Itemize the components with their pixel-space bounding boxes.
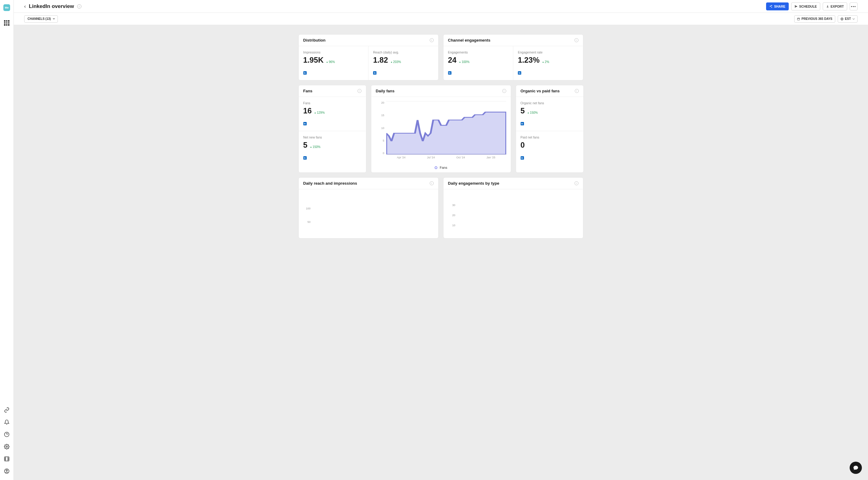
filterbar: CHANNELS (13) PREVIOUS 365 DAYS EST [14, 13, 868, 25]
linkedin-icon: in [448, 71, 452, 75]
metric-paid-net-fans[interactable]: Paid net fans 0 in [516, 131, 583, 165]
info-icon[interactable]: i [502, 89, 506, 93]
card-distribution: Distribution i Impressions 1.95K 96% in [299, 34, 439, 80]
chart-daily-engagements-type: 30 20 10 [443, 189, 583, 238]
info-icon[interactable]: i [77, 4, 82, 8]
linkedin-icon: in [303, 71, 307, 75]
linkedin-icon: in [303, 156, 307, 160]
card-organic-paid-fans: Organic vs paid fans i Organic net fans … [516, 85, 584, 173]
card-daily-fans: Daily fans i 20 15 10 5 0 [371, 85, 511, 173]
user-icon[interactable] [4, 468, 9, 474]
channels-dropdown[interactable]: CHANNELS (13) [24, 15, 58, 23]
share-button[interactable]: SHARE [766, 2, 789, 10]
metric-net-new-fans[interactable]: Net new fans 5 150% in [299, 131, 366, 165]
card-fans: Fans i Fans 16 129% in [299, 85, 366, 173]
chart-daily-reach-impressions: 100 50 [299, 189, 438, 238]
page-title: LinkedIn overview [29, 3, 74, 9]
timezone-dropdown[interactable]: EST [838, 15, 858, 23]
card-title: Channel engagements [448, 38, 491, 42]
card-daily-engagements-type: Daily engagements by type i 30 20 10 [443, 177, 583, 238]
info-icon[interactable]: i [430, 181, 434, 185]
svg-rect-5 [797, 18, 800, 20]
card-channel-engagements: Channel engagements i Engagements 24 100… [443, 34, 583, 80]
card-title: Daily reach and impressions [303, 181, 357, 185]
info-icon[interactable]: i [358, 89, 362, 93]
metric-impressions[interactable]: Impressions 1.95K 96% in [299, 46, 369, 80]
metric-organic-net-fans[interactable]: Organic net fans 5 150% in [516, 97, 583, 131]
schedule-button[interactable]: SCHEDULE [791, 2, 820, 10]
card-title: Daily fans [376, 89, 395, 93]
metric-reach-avg[interactable]: Reach (daily) avg. 1.82 203% in [369, 46, 438, 80]
card-title: Distribution [303, 38, 326, 42]
export-button[interactable]: EXPORT [823, 2, 847, 10]
chat-fab[interactable] [850, 462, 862, 474]
gear-icon[interactable] [4, 444, 9, 449]
film-icon[interactable] [4, 456, 9, 462]
link-icon[interactable] [4, 407, 9, 413]
metric-engagements[interactable]: Engagements 24 100% in [443, 46, 514, 80]
metric-fans[interactable]: Fans 16 129% in [299, 97, 366, 131]
linkedin-icon: in [373, 71, 376, 75]
linkedin-icon: in [518, 71, 521, 75]
logo[interactable]: Me [3, 4, 10, 11]
card-title: Fans [303, 89, 312, 93]
info-icon[interactable]: i [430, 38, 434, 42]
sidebar: Me [0, 0, 14, 480]
apps-grid-icon[interactable] [4, 20, 9, 26]
back-arrow-icon[interactable]: ‹ [24, 4, 26, 9]
more-button[interactable]: ••• [850, 2, 858, 10]
chart-daily-fans: 20 15 10 5 0 Apr '24 Jul '24 [376, 101, 506, 161]
linkedin-icon: in [521, 122, 524, 125]
linkedin-icon: in [521, 156, 524, 160]
svg-point-4 [6, 470, 8, 472]
info-icon[interactable]: i [575, 38, 579, 42]
info-icon[interactable]: i [575, 181, 579, 185]
card-daily-reach-impressions: Daily reach and impressions i 100 50 [299, 177, 439, 238]
svg-rect-2 [5, 457, 9, 461]
card-title: Daily engagements by type [448, 181, 499, 185]
card-title: Organic vs paid fans [521, 89, 560, 93]
help-icon[interactable] [4, 432, 9, 437]
legend-marker-icon [435, 166, 437, 169]
svg-point-1 [6, 446, 8, 448]
bell-icon[interactable] [4, 419, 9, 425]
topbar: ‹ LinkedIn overview i SHARE SCHEDULE EXP… [14, 0, 868, 13]
linkedin-icon: in [303, 122, 307, 125]
metric-engagement-rate[interactable]: Engagement rate 1.23% 2% in [513, 46, 583, 80]
info-icon[interactable]: i [575, 89, 579, 93]
date-range-dropdown[interactable]: PREVIOUS 365 DAYS [794, 15, 835, 23]
